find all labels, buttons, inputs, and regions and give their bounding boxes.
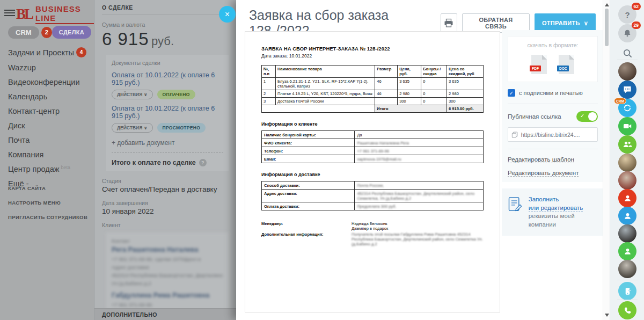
user-chat-button[interactable] xyxy=(618,189,636,207)
sidebar-item-wazzup[interactable]: Wazzup xyxy=(8,63,86,72)
notifications-badge: 29 xyxy=(632,21,641,29)
delivery-info-title: Информация о доставке xyxy=(261,172,484,177)
configure-menu-link[interactable]: НАСТРОИТЬ МЕНЮ xyxy=(8,200,87,206)
payment-document-link[interactable]: Оплата от 10.01.2022 (к оплате 6 915 руб… xyxy=(112,71,223,86)
two-people-icon xyxy=(623,140,632,149)
client-info-table: Наличие бонусной карты:Да ФИО клиента:Ра… xyxy=(261,130,484,163)
client-info-title: Информация о клиенте xyxy=(261,121,484,127)
scrollbar-thumb[interactable] xyxy=(605,9,609,46)
payment-document-link[interactable]: Оплата от 10.01.2022 (к оплате 6 915 руб… xyxy=(112,105,223,120)
document-preview[interactable]: ЗАЯВКА НА СБОР ИНТЕРНЕТ-ЗАКАЗА № 128-/20… xyxy=(245,31,500,312)
download-pdf-button[interactable]: PDF xyxy=(531,55,547,74)
actions-dropdown[interactable]: ДЕЙСТВИЯ ∨ xyxy=(112,123,153,133)
bell-icon xyxy=(623,29,632,38)
sidebar-item-contact-center[interactable]: Контакт-центр xyxy=(8,107,86,115)
scroll-up-arrow[interactable] xyxy=(605,3,609,6)
stamps-checkbox-row[interactable]: ✓ с подписями и печатью xyxy=(508,89,598,97)
client-card[interactable]: Контакт Рега Рашитовна Наталева +7 961 3… xyxy=(106,232,229,320)
manager-block: Менеджер: Надежда Белоконь Джемпер в под… xyxy=(261,221,484,246)
document-heading: ЗАЯВКА НА СБОР ИНТЕРНЕТ-ЗАКАЗА № 128-/20… xyxy=(261,46,484,52)
edit-document-link[interactable]: Редактировать документ xyxy=(508,170,598,176)
status-badge-viewed: ПРОСМОТРЕНО xyxy=(157,123,206,133)
mobile-app-button[interactable] xyxy=(618,282,636,300)
phone-icon xyxy=(623,306,632,315)
additional-section-header[interactable]: ДОПОЛНИТЕЛЬНО xyxy=(94,308,236,320)
delivery-info-table: Способ доставки:Почта России, Адрес дост… xyxy=(261,181,484,210)
scroll-down-arrow[interactable] xyxy=(605,314,609,317)
chat-avatar[interactable] xyxy=(618,260,636,278)
user-chat-button[interactable] xyxy=(618,207,636,225)
sidebar-item-calendar[interactable]: Календарь xyxy=(8,92,86,101)
order-items-table: №, п.пНаименование товара РазмерЦена, ру… xyxy=(261,65,484,113)
telephony-button[interactable] xyxy=(618,301,636,319)
mobile-device-icon xyxy=(623,287,632,296)
checkbox-checked-icon[interactable]: ✓ xyxy=(508,89,515,97)
logo-text: BUSINESS LINE xyxy=(35,4,94,24)
deal-panel: О СДЕЛКЕ Сумма и валюта 6 915 руб. Докум… xyxy=(94,0,236,320)
document-slider: × Заявка на сбор заказа 128-/2022 ОБРАТН… xyxy=(236,0,610,320)
add-document-link[interactable]: + добавить документ xyxy=(112,139,223,147)
document-side-panel: скачать в формате: PDF DOC ✓ с подписями… xyxy=(502,30,604,236)
deal-section-title[interactable]: О СДЕЛКЕ xyxy=(102,4,229,15)
sidebar-item-mail[interactable]: Почта xyxy=(8,136,86,144)
sidebar-item-tasks[interactable]: Задачи и Проекты 4 xyxy=(8,47,86,57)
chat-avatar[interactable] xyxy=(618,171,636,190)
contact2-name: Габдуллина Рима Рашитовна xyxy=(112,292,223,299)
crm-mini-badge: CRM xyxy=(614,98,626,104)
employees-button[interactable] xyxy=(618,135,636,154)
print-button[interactable] xyxy=(441,13,457,33)
person-icon xyxy=(623,194,632,203)
deal-documents-card: Документы сделки Оплата от 10.01.2022 (к… xyxy=(106,55,229,171)
video-call-button[interactable] xyxy=(618,117,636,135)
crm-badge: 2 xyxy=(41,27,52,38)
invite-employees-link[interactable]: ПРИГЛАСИТЬ СОТРУДНИКОВ xyxy=(8,214,87,220)
end-date-value[interactable]: 10 января 2022 xyxy=(102,207,229,215)
help-button[interactable]: ? 62 xyxy=(618,5,636,24)
table-total-row: Итого 6 915.00 руб. xyxy=(262,105,484,113)
chat-avatar[interactable] xyxy=(618,154,636,172)
sidebar-item-disk[interactable]: Диск xyxy=(8,121,86,130)
edit-requisites-link[interactable]: или редактировать xyxy=(529,205,583,212)
sidebar-item-video[interactable]: Видеоконференции xyxy=(8,78,86,86)
person-icon xyxy=(623,247,632,256)
end-date-label: Дата завершения xyxy=(102,200,229,206)
logo[interactable]: BL BUSINESS LINE xyxy=(16,4,94,24)
sync-icon xyxy=(623,103,632,113)
edit-template-link[interactable]: Редактировать шаблон xyxy=(508,156,598,163)
slider-scrollbar[interactable] xyxy=(603,0,610,320)
crm-chat-button[interactable]: CRM xyxy=(618,99,636,117)
order-date: Дата заказа: 10.01.2022 xyxy=(261,53,484,59)
help-badge: 62 xyxy=(632,3,641,10)
contact-name: Рега Рашитовна Наталева xyxy=(112,246,223,253)
copy-icon[interactable] xyxy=(511,131,518,139)
sidebar-item-company[interactable]: Компания xyxy=(8,150,86,159)
download-doc-button[interactable]: DOC xyxy=(559,55,574,74)
actions-dropdown[interactable]: ДЕЙСТВИЯ ∨ xyxy=(112,90,153,99)
extra-info-blurred: Получатель этой посылки Габдуллина Рима … xyxy=(352,232,483,246)
sidebar-menu: Задачи и Проекты 4 Wazzup Видеоконференц… xyxy=(8,47,86,194)
deal-sum-value[interactable]: 6 915 xyxy=(102,29,149,49)
requisites-text: реквизиты моей компании xyxy=(529,213,575,228)
deal-pill[interactable]: СДЕЛКА xyxy=(52,26,91,39)
stage-value[interactable]: Счет оплачен/Передан в доставку xyxy=(102,185,229,193)
notifications-button[interactable]: 29 xyxy=(618,24,636,42)
public-link-toggle[interactable]: ✓ xyxy=(576,111,598,122)
total-value: 6 915.00 руб. xyxy=(447,105,484,113)
group-chat-button[interactable] xyxy=(618,81,636,99)
help-tooltip-icon[interactable]: ? xyxy=(199,159,207,166)
hamburger-menu-icon[interactable] xyxy=(4,10,15,17)
sidebar-item-sales-center[interactable]: Центр продажbeta xyxy=(8,165,86,173)
fill-requisites-link[interactable]: Заполнить xyxy=(529,196,559,202)
documents-label: Документы сделки xyxy=(112,60,223,66)
chat-avatar[interactable] xyxy=(618,62,636,81)
left-sidebar: BL BUSINESS LINE CRM 2 СДЕЛКА Задачи и П… xyxy=(0,0,94,320)
chat-avatar[interactable] xyxy=(618,224,636,243)
public-link-input[interactable] xyxy=(521,132,594,138)
download-card: скачать в формате: PDF DOC xyxy=(508,36,598,82)
public-link-field[interactable] xyxy=(508,127,598,142)
user-chat-button[interactable] xyxy=(618,242,636,260)
crm-pill[interactable]: CRM xyxy=(8,26,39,39)
sitemap-link[interactable]: КАРТА САЙТА xyxy=(8,185,87,191)
close-icon[interactable]: × xyxy=(219,6,236,23)
table-row: 2Платье 4.19.25 L, Y20, KST, 120220*5, п… xyxy=(262,90,484,98)
